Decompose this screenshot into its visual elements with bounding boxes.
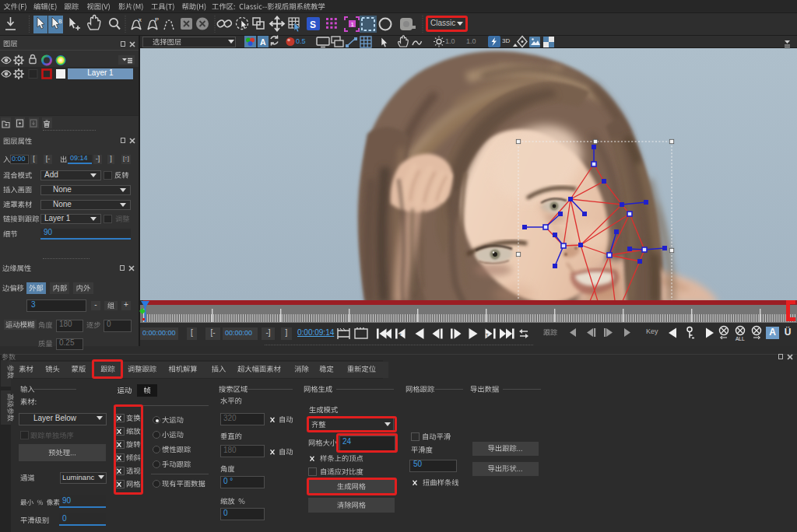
svg-text:A: A (260, 37, 266, 47)
svg-text:P: P (155, 16, 159, 23)
svg-text:B: B (58, 19, 62, 24)
svg-text:1: 1 (351, 21, 355, 28)
svg-text:x: x (139, 16, 142, 23)
svg-text:ALL: ALL (736, 336, 745, 341)
svg-text:S: S (310, 19, 316, 30)
svg-text:T: T (398, 333, 402, 338)
svg-text:T: T (486, 333, 489, 338)
